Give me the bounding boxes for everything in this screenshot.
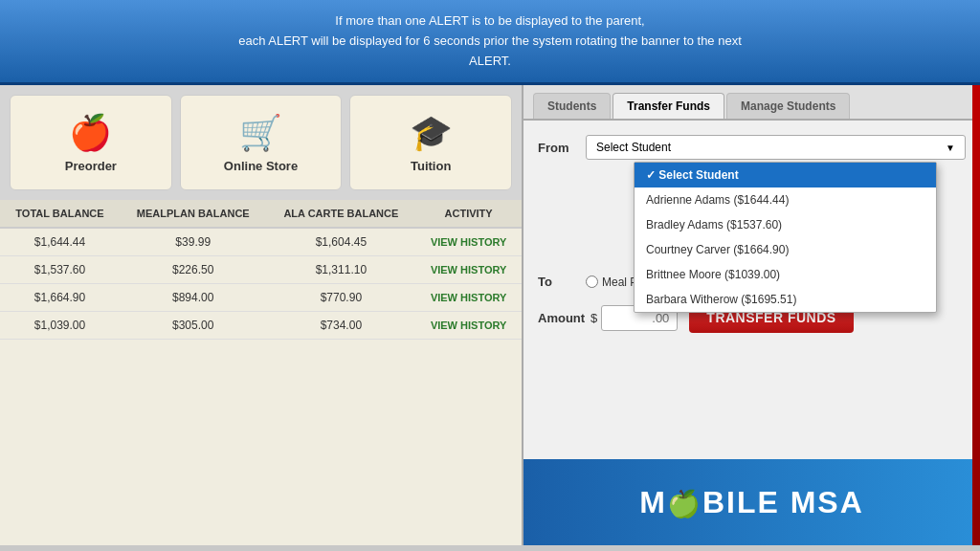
col-mealplan-balance: MEALPLAN BALANCE [120,200,267,228]
dropdown-option-1[interactable]: Adrienne Adams ($1644.44) [635,187,936,212]
view-history-link[interactable]: VIEW HISTORY [431,264,506,276]
dropdown-option-4[interactable]: Brittnee Moore ($1039.00) [635,262,936,287]
from-dropdown-list: Select Student Adrienne Adams ($1644.44)… [634,162,937,313]
view-history-link[interactable]: VIEW HISTORY [431,320,506,331]
cell-total: $1,644.44 [0,228,120,256]
preorder-label: Preorder [65,159,117,173]
mobile-msa-text: M🍏BILE MSA [639,485,864,520]
mobile-msa-banner: M🍏BILE MSA [523,459,980,545]
main-content: 🍎 Preorder 🛒 Online Store 🎓 Tuition TOTA… [0,85,980,545]
alert-line2: each ALERT will be displayed for 6 secon… [19,32,961,52]
cell-alacarte: $734.00 [266,312,415,340]
tab-transfer-funds[interactable]: Transfer Funds [612,93,724,119]
transfer-form: From Select Student ▼ Select Student Adr… [523,121,980,459]
tab-manage-students[interactable]: Manage Students [726,93,850,119]
view-history-link[interactable]: VIEW HISTORY [431,292,506,303]
tuition-label: Tuition [411,159,451,173]
from-label: From [538,141,586,155]
dropdown-option-0[interactable]: Select Student [635,163,936,187]
cell-activity[interactable]: VIEW HISTORY [415,284,522,312]
dollar-sign: $ [590,311,597,325]
cell-total: $1,537.60 [0,256,120,284]
alert-banner: If more than one ALERT is to be displaye… [0,0,980,85]
dropdown-arrow-icon: ▼ [946,143,955,153]
tile-preorder[interactable]: 🍎 Preorder [10,95,172,190]
tab-students[interactable]: Students [533,93,611,119]
from-selected-value: Select Student [596,141,671,154]
table-row: $1,664.90 $894.00 $770.90 VIEW HISTORY [0,284,522,312]
apple-icon: 🍎 [69,113,112,153]
cell-alacarte: $1,311.10 [266,256,415,284]
from-dropdown-trigger[interactable]: Select Student ▼ [586,135,966,160]
dropdown-option-3[interactable]: Courtney Carver ($1664.90) [635,237,936,262]
meal-plan-radio[interactable] [586,276,598,288]
from-row: From Select Student ▼ Select Student Adr… [538,135,966,160]
col-activity: ACTIVITY [415,200,522,228]
table-row: $1,537.60 $226.50 $1,311.10 VIEW HISTORY [0,256,522,284]
cell-mealplan: $305.00 [120,312,267,340]
view-history-link[interactable]: VIEW HISTORY [431,236,506,248]
cell-activity[interactable]: VIEW HISTORY [415,256,522,284]
online-store-label: Online Store [224,159,298,173]
cell-activity[interactable]: VIEW HISTORY [415,228,522,256]
alert-line1: If more than one ALERT is to be displaye… [19,11,961,32]
table-row: $1,039.00 $305.00 $734.00 VIEW HISTORY [0,312,522,340]
right-side-border [972,85,980,545]
cart-icon: 🛒 [239,113,282,153]
right-panel: Students Transfer Funds Manage Students … [522,85,980,545]
col-alacarte-balance: ALA CARTE BALANCE [266,200,415,228]
tabs-container: Students Transfer Funds Manage Students [523,85,980,121]
msa-apple-icon: 🍏 [667,489,702,518]
cell-alacarte: $770.90 [266,284,415,312]
tile-online-store[interactable]: 🛒 Online Store [180,95,343,190]
cell-total: $1,664.90 [0,284,120,312]
balance-section: TOTAL BALANCE MEALPLAN BALANCE ALA CARTE… [0,200,522,545]
cell-activity[interactable]: VIEW HISTORY [415,312,522,340]
graduation-icon: 🎓 [410,113,453,153]
col-total-balance: TOTAL BALANCE [0,200,120,228]
cell-mealplan: $226.50 [120,256,267,284]
tile-tuition[interactable]: 🎓 Tuition [349,95,512,190]
balance-table: TOTAL BALANCE MEALPLAN BALANCE ALA CARTE… [0,200,522,340]
cell-mealplan: $894.00 [120,284,267,312]
to-label: To [538,275,586,289]
left-panel: 🍎 Preorder 🛒 Online Store 🎓 Tuition TOTA… [0,85,522,545]
tiles-row: 🍎 Preorder 🛒 Online Store 🎓 Tuition [0,85,522,200]
cell-mealplan: $39.99 [120,228,267,256]
alert-line3: ALERT. [19,52,961,72]
cell-total: $1,039.00 [0,312,120,340]
amount-label: Amount [538,311,585,325]
cell-alacarte: $1,604.45 [266,228,415,256]
table-row: $1,644.44 $39.99 $1,604.45 VIEW HISTORY [0,228,522,256]
dropdown-option-5[interactable]: Barbara Witherow ($1695.51) [635,287,936,312]
dropdown-option-2[interactable]: Bradley Adams ($1537.60) [635,212,936,237]
